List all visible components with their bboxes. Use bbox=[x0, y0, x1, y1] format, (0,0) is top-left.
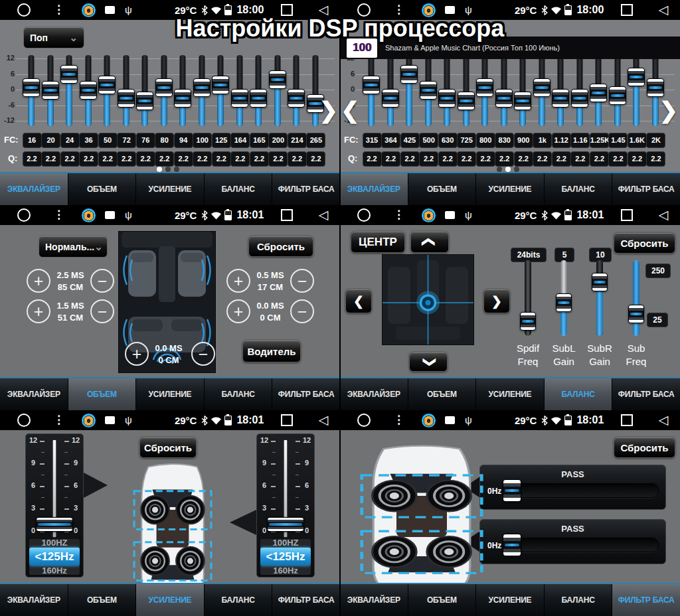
fc-value[interactable]: 725 bbox=[457, 133, 476, 148]
dsp-app-icon[interactable] bbox=[422, 3, 436, 17]
tab-bass-filter[interactable]: ФИЛЬТР БАСА bbox=[612, 584, 680, 616]
dsp-app-icon[interactable] bbox=[422, 414, 436, 427]
eq-band-thumb[interactable] bbox=[42, 81, 59, 100]
fc-value[interactable]: 165 bbox=[250, 133, 269, 148]
next-page-button[interactable]: ❯ bbox=[659, 97, 679, 123]
eq-band-slider[interactable] bbox=[551, 55, 570, 126]
slider-thumb[interactable] bbox=[628, 305, 644, 323]
eq-band-thumb[interactable] bbox=[533, 78, 551, 97]
gallery-icon[interactable] bbox=[105, 211, 115, 219]
shazam-notification-banner[interactable]: 100 Shazam & Apple Music Chart (Россия Т… bbox=[340, 37, 680, 59]
fc-value[interactable]: 76 bbox=[136, 133, 155, 148]
q-value[interactable]: 2.2 bbox=[381, 151, 400, 167]
home-button[interactable] bbox=[357, 3, 371, 17]
q-value[interactable]: 2.2 bbox=[174, 151, 193, 167]
slider-thumb[interactable] bbox=[520, 312, 536, 331]
tab-gain[interactable]: УСИЛЕНИЕ bbox=[476, 378, 545, 410]
next-page-button[interactable]: ❯ bbox=[319, 97, 339, 123]
delay-decrease-front-left[interactable]: − bbox=[90, 269, 114, 293]
fc-value[interactable]: 900 bbox=[514, 133, 533, 148]
tab-gain[interactable]: УСИЛЕНИЕ bbox=[136, 378, 205, 410]
back-button[interactable]: ◁ bbox=[658, 206, 668, 224]
eq-band-thumb[interactable] bbox=[231, 89, 248, 108]
q-value[interactable]: 2.2 bbox=[628, 151, 647, 167]
home-button[interactable] bbox=[357, 414, 371, 427]
eq-band-thumb[interactable] bbox=[590, 84, 607, 102]
eq-band-slider[interactable] bbox=[117, 55, 135, 126]
balance-slider-subl-gain[interactable] bbox=[560, 260, 567, 336]
eq-band-slider[interactable] bbox=[627, 55, 645, 126]
delay-increase-subwoofer[interactable]: + bbox=[125, 342, 149, 366]
tab-equalizer[interactable]: ЭКВАЛАЙЗЕР bbox=[340, 378, 408, 410]
tab-equalizer[interactable]: ЭКВАЛАЙЗЕР bbox=[340, 584, 408, 616]
fc-value[interactable]: 265 bbox=[306, 133, 325, 148]
q-value[interactable]: 2.2 bbox=[476, 151, 495, 167]
tab-bass-filter[interactable]: ФИЛЬТР БАСА bbox=[612, 173, 680, 205]
tab-gain[interactable]: УСИЛЕНИЕ bbox=[476, 173, 545, 205]
delay-increase-front-left[interactable]: + bbox=[27, 269, 50, 293]
gallery-icon[interactable] bbox=[445, 6, 455, 14]
q-value[interactable]: 2.2 bbox=[98, 151, 118, 167]
fc-value[interactable]: 72 bbox=[117, 133, 136, 148]
menu-icon[interactable]: ⋮ bbox=[53, 410, 64, 430]
tab-gain[interactable]: УСИЛЕНИЕ bbox=[136, 173, 205, 205]
tab-bass-filter[interactable]: ФИЛЬТР БАСА bbox=[612, 378, 680, 410]
balance-slider-spdif-freq[interactable] bbox=[525, 260, 531, 336]
tab-bass-filter[interactable]: ФИЛЬТР БАСА bbox=[272, 173, 340, 205]
gallery-icon[interactable] bbox=[105, 416, 115, 424]
tab-equalizer[interactable]: ЭКВАЛАЙЗЕР bbox=[0, 173, 68, 205]
fc-value[interactable]: 94 bbox=[174, 133, 193, 148]
gain-fader-rear[interactable]: 121299663300100HZ<125Hz160Hz bbox=[256, 433, 315, 578]
tab-volume[interactable]: ОБЪЕМ bbox=[408, 378, 477, 410]
back-button[interactable]: ◁ bbox=[658, 411, 668, 429]
fc-value[interactable]: 425 bbox=[400, 133, 420, 148]
recents-button[interactable] bbox=[621, 4, 633, 16]
eq-band-slider[interactable] bbox=[570, 55, 589, 126]
q-value[interactable]: 2.2 bbox=[438, 151, 458, 167]
delay-increase-front-right[interactable]: + bbox=[226, 269, 250, 293]
eq-band-thumb[interactable] bbox=[647, 78, 664, 97]
eq-band-thumb[interactable] bbox=[628, 68, 645, 86]
eq-band-slider[interactable] bbox=[60, 55, 78, 126]
tab-volume[interactable]: ОБЪЕМ bbox=[68, 173, 137, 205]
tab-bass-filter[interactable]: ФИЛЬТР БАСА bbox=[272, 378, 340, 410]
filter-slider[interactable] bbox=[509, 538, 659, 552]
fc-value[interactable]: 36 bbox=[79, 133, 98, 148]
tab-balance[interactable]: БАЛАНС bbox=[205, 584, 273, 616]
menu-icon[interactable]: ⋮ bbox=[53, 0, 64, 20]
q-value[interactable]: 2.2 bbox=[363, 151, 382, 167]
fc-value[interactable]: 24 bbox=[60, 133, 80, 148]
q-value[interactable]: 2.2 bbox=[268, 151, 288, 167]
tab-equalizer[interactable]: ЭКВАЛАЙЗЕР bbox=[0, 584, 68, 616]
fc-value[interactable]: 830 bbox=[495, 133, 514, 148]
tab-gain[interactable]: УСИЛЕНИЕ bbox=[476, 584, 545, 616]
delay-decrease-rear-left[interactable]: − bbox=[90, 299, 114, 323]
q-value[interactable]: 2.2 bbox=[400, 151, 420, 167]
fc-value[interactable]: 80 bbox=[155, 133, 174, 148]
eq-band-thumb[interactable] bbox=[609, 86, 626, 105]
eq-band-thumb[interactable] bbox=[80, 81, 97, 100]
menu-icon[interactable]: ⋮ bbox=[393, 0, 404, 20]
fc-value[interactable]: 630 bbox=[438, 133, 458, 148]
eq-band-thumb[interactable] bbox=[288, 89, 305, 108]
fc-value[interactable]: 364 bbox=[381, 133, 400, 148]
eq-band-thumb[interactable] bbox=[212, 76, 229, 94]
q-value[interactable]: 2.2 bbox=[155, 151, 174, 167]
slider-thumb[interactable] bbox=[592, 273, 608, 291]
tab-bass-filter[interactable]: ФИЛЬТР БАСА bbox=[272, 584, 340, 616]
menu-icon[interactable]: ⋮ bbox=[393, 205, 404, 225]
eq-band-slider[interactable] bbox=[22, 55, 41, 126]
q-value[interactable]: 2.2 bbox=[212, 151, 231, 167]
menu-icon[interactable]: ⋮ bbox=[393, 410, 404, 430]
filter-slider-thumb[interactable] bbox=[503, 534, 521, 556]
eq-band-thumb[interactable] bbox=[420, 81, 437, 100]
eq-band-thumb[interactable] bbox=[552, 89, 569, 108]
home-button[interactable] bbox=[357, 208, 371, 222]
eq-band-slider[interactable] bbox=[513, 55, 532, 126]
q-value[interactable]: 2.2 bbox=[495, 151, 514, 167]
eq-band-thumb[interactable] bbox=[98, 76, 116, 94]
eq-band-thumb[interactable] bbox=[495, 89, 513, 108]
tab-balance[interactable]: БАЛАНС bbox=[545, 173, 613, 205]
eq-band-slider[interactable] bbox=[79, 55, 98, 126]
delay-decrease-subwoofer[interactable]: − bbox=[191, 342, 215, 366]
